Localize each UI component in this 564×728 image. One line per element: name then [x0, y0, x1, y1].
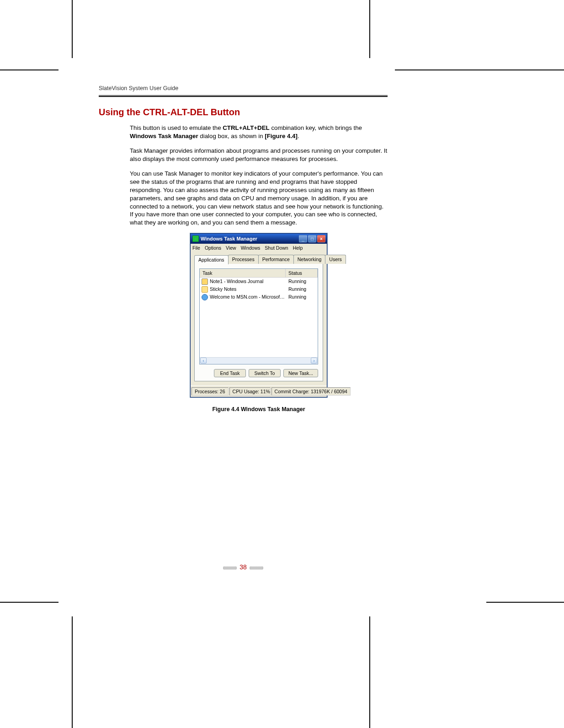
end-task-button[interactable]: End Task	[214, 369, 246, 377]
app-row-icon	[202, 294, 208, 300]
body-text: This button is used to emulate the CTRL+…	[130, 124, 388, 413]
action-buttons: End Task Switch To New Task...	[199, 369, 318, 377]
tab-strip: Applications Processes Performance Netwo…	[194, 255, 323, 263]
list-rows: Note1 - Windows Journal Running Sticky N…	[200, 278, 318, 357]
column-task[interactable]: Task	[200, 269, 286, 277]
window-client: Applications Processes Performance Netwo…	[191, 252, 327, 385]
tab-users[interactable]: Users	[325, 255, 346, 263]
figure-ref: [Figure 4.4]	[265, 133, 298, 139]
menu-options[interactable]: Options	[205, 245, 221, 251]
running-head: SlateVision System User Guide	[99, 85, 388, 94]
table-row[interactable]: Note1 - Windows Journal Running	[200, 278, 318, 285]
page-footer: 38	[99, 563, 388, 571]
status-cpu: CPU Usage: 11%	[229, 387, 271, 396]
row-task: Note1 - Windows Journal	[210, 278, 286, 285]
menu-bar: File Options View Windows Shut Down Help	[191, 244, 327, 252]
status-processes: Processes: 26	[192, 387, 229, 396]
scroll-left-icon[interactable]: ‹	[200, 358, 207, 364]
text: .	[298, 133, 299, 139]
crop-mark	[0, 602, 59, 603]
task-list[interactable]: Task Status Note1 - Windows Journal Runn…	[199, 268, 318, 364]
row-status: Running	[286, 286, 318, 293]
crop-mark	[369, 616, 370, 728]
tab-performance[interactable]: Performance	[258, 255, 294, 263]
menu-file[interactable]: File	[192, 245, 200, 251]
menu-windows[interactable]: Windows	[241, 245, 261, 251]
text: dialog box, as shown in	[198, 133, 265, 139]
row-status: Running	[286, 294, 318, 300]
table-row[interactable]: Welcome to MSN.com - Microsoft Internet …	[200, 293, 318, 301]
status-commit: Commit Charge: 131976K / 60094	[271, 387, 351, 396]
task-manager-window: Windows Task Manager _ □ × File Options …	[190, 233, 327, 397]
tab-processes[interactable]: Processes	[228, 255, 259, 263]
maximize-button[interactable]: □	[308, 235, 316, 242]
section-heading: Using the CTRL-ALT-DEL Button	[99, 107, 388, 118]
horizontal-scrollbar[interactable]: ‹ ›	[200, 357, 318, 364]
row-task: Sticky Notes	[210, 286, 286, 293]
window-title: Windows Task Manager	[201, 236, 257, 242]
list-header[interactable]: Task Status	[200, 269, 318, 278]
menu-help[interactable]: Help	[293, 245, 303, 251]
tab-networking[interactable]: Networking	[293, 255, 326, 263]
crop-mark	[0, 70, 59, 70]
page-content: SlateVision System User Guide Using the …	[99, 85, 388, 413]
app-row-icon	[202, 278, 208, 285]
text: This button is used to emulate the	[130, 124, 223, 131]
app-icon	[192, 236, 199, 242]
paragraph-3: You can use Task Manager to monitor key …	[130, 170, 388, 227]
tab-applications[interactable]: Applications	[194, 255, 229, 264]
crop-mark	[369, 0, 370, 58]
status-bar: Processes: 26 CPU Usage: 11% Commit Char…	[191, 385, 327, 397]
page-number: 38	[223, 563, 263, 571]
row-task: Welcome to MSN.com - Microsoft Internet …	[210, 294, 286, 300]
crop-mark	[72, 616, 73, 728]
paragraph-2: Task Manager provides information about …	[130, 147, 388, 163]
menu-shutdown[interactable]: Shut Down	[265, 245, 288, 251]
crop-mark	[72, 0, 73, 58]
crop-mark	[486, 602, 564, 603]
figure-caption: Figure 4.4 Windows Task Manager	[130, 406, 388, 413]
column-status[interactable]: Status	[286, 269, 318, 277]
paragraph-1: This button is used to emulate the CTRL+…	[130, 124, 388, 140]
minimize-button[interactable]: _	[299, 235, 307, 242]
window-titlebar[interactable]: Windows Task Manager _ □ ×	[191, 234, 327, 244]
close-button[interactable]: ×	[317, 235, 325, 242]
table-row[interactable]: Sticky Notes Running	[200, 285, 318, 293]
bold-text: Windows Task Manager	[130, 133, 198, 139]
bold-text: CTRL+ALT+DEL	[223, 124, 269, 131]
crop-mark	[395, 70, 564, 70]
text: combination key, which brings the	[270, 124, 362, 131]
app-row-icon	[202, 286, 208, 293]
row-status: Running	[286, 278, 318, 285]
tab-panel: Task Status Note1 - Windows Journal Runn…	[194, 263, 323, 381]
menu-view[interactable]: View	[226, 245, 236, 251]
new-task-button[interactable]: New Task...	[283, 369, 318, 377]
switch-to-button[interactable]: Switch To	[249, 369, 281, 377]
scroll-right-icon[interactable]: ›	[311, 358, 317, 364]
